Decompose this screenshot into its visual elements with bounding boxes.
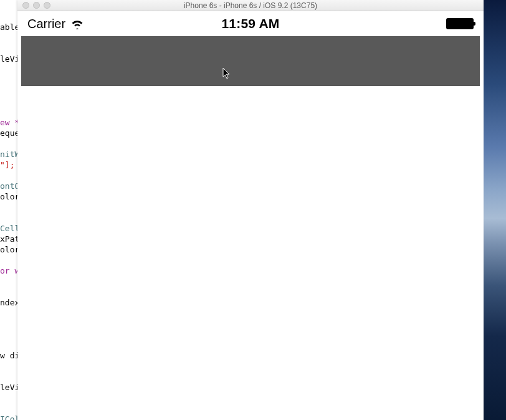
code-fragment [0,96,17,107]
code-fragment [0,43,17,54]
code-fragment: leVi [0,54,17,64]
code-fragment [0,212,17,223]
close-icon[interactable] [22,2,29,9]
code-fragment: ableVi [0,22,17,32]
code-fragment: Cell [0,223,17,234]
code-fragment [0,202,17,212]
simulator-title: iPhone 6s - iPhone 6s / iOS 9.2 (13C75) [17,1,484,10]
code-fragment: ICol [0,414,17,420]
code-fragment [0,287,17,297]
status-time: 11:59 AM [221,16,279,31]
carrier-label: Carrier [27,17,65,31]
code-fragment: xPat [0,234,17,244]
desktop-wallpaper [484,0,506,420]
code-fragment [0,170,17,181]
code-fragment [0,340,17,350]
code-fragment [0,308,17,318]
code-fragment: ndex [0,297,17,308]
code-fragment [0,318,17,329]
code-fragment: olor [0,244,17,255]
table-view-content[interactable] [21,86,480,420]
minimize-icon[interactable] [33,2,40,9]
device-screen[interactable]: Carrier 11:59 AM [21,11,480,420]
code-fragment [0,32,17,43]
zoom-icon[interactable] [44,2,50,9]
battery-icon [446,18,474,29]
code-fragment [0,393,17,403]
simulator-titlebar[interactable]: iPhone 6s - iPhone 6s / iOS 9.2 (13C75) [17,0,484,11]
code-fragment [0,371,17,382]
code-fragment [0,64,17,75]
code-fragment [0,276,17,287]
code-fragment: nitW [0,149,17,160]
code-fragment [0,75,17,85]
code-fragment: olor [0,191,17,202]
xcode-editor-background: ableVileView *equenitW"];ontOolorCellxPa… [0,0,17,420]
code-fragment [0,107,17,117]
window-traffic-lights[interactable] [22,2,50,9]
code-fragment: or w [0,265,17,276]
code-fragment: ontO [0,181,17,191]
code-fragment: w di [0,350,17,361]
ios-status-bar: Carrier 11:59 AM [21,11,480,36]
code-fragment [0,329,17,340]
code-fragment: eque [0,128,17,138]
navigation-bar [21,36,480,86]
code-fragment [0,403,17,414]
code-fragment [0,138,17,149]
simulator-scrollbar[interactable] [480,11,484,420]
wifi-icon [70,18,84,29]
code-fragment [0,85,17,96]
code-fragment: leVi [0,382,17,393]
code-fragment: "]; [0,160,17,170]
ios-simulator-window: iPhone 6s - iPhone 6s / iOS 9.2 (13C75) … [17,0,484,420]
code-fragment: ew * [0,117,17,128]
code-fragment [0,255,17,265]
code-fragment [0,361,17,371]
